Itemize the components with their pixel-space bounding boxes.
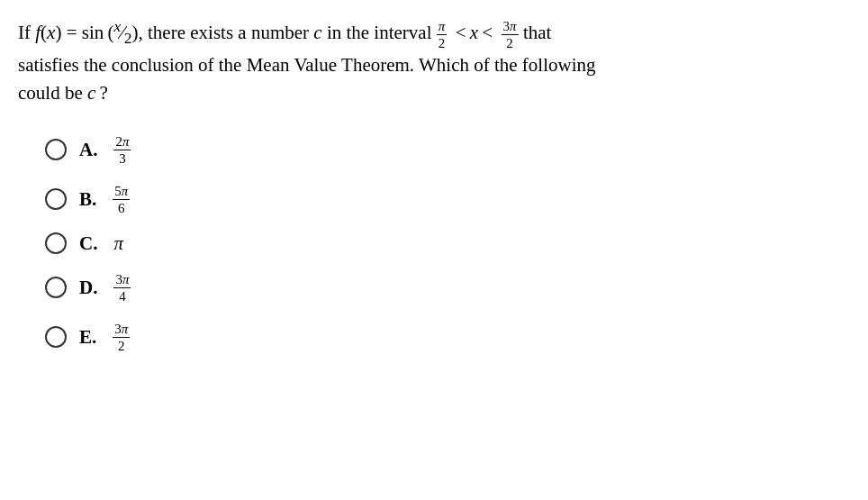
radio-e[interactable]: [45, 326, 67, 348]
radio-c[interactable]: [45, 232, 67, 254]
option-label-b: B.: [79, 188, 96, 211]
function-expression: f: [35, 22, 41, 43]
question-text: If f(x) = sin (x⁄2), there exists a numb…: [18, 14, 850, 108]
option-label-d: D.: [79, 277, 97, 299]
option-row-c[interactable]: C. π: [45, 232, 850, 255]
radio-a[interactable]: [45, 139, 67, 160]
option-value-a: 2π 3: [113, 133, 131, 167]
option-label-c: C.: [79, 232, 97, 255]
option-value-c: π: [113, 232, 123, 255]
option-row-e[interactable]: E. 3π 2: [45, 321, 850, 354]
option-value-b: 5π 6: [113, 183, 130, 216]
option-value-e: 3π 2: [113, 321, 130, 354]
radio-d[interactable]: [45, 277, 67, 298]
option-label-a: A.: [79, 139, 97, 161]
options-container: A. 2π 3 B. 5π 6 C. π D. 3π 4: [18, 133, 850, 354]
option-row-d[interactable]: D. 3π 4: [45, 271, 850, 305]
option-label-e: E.: [79, 326, 96, 349]
option-row-a[interactable]: A. 2π 3: [45, 133, 850, 167]
radio-b[interactable]: [45, 188, 67, 210]
option-row-b[interactable]: B. 5π 6: [45, 183, 850, 216]
option-value-d: 3π 4: [113, 271, 131, 305]
